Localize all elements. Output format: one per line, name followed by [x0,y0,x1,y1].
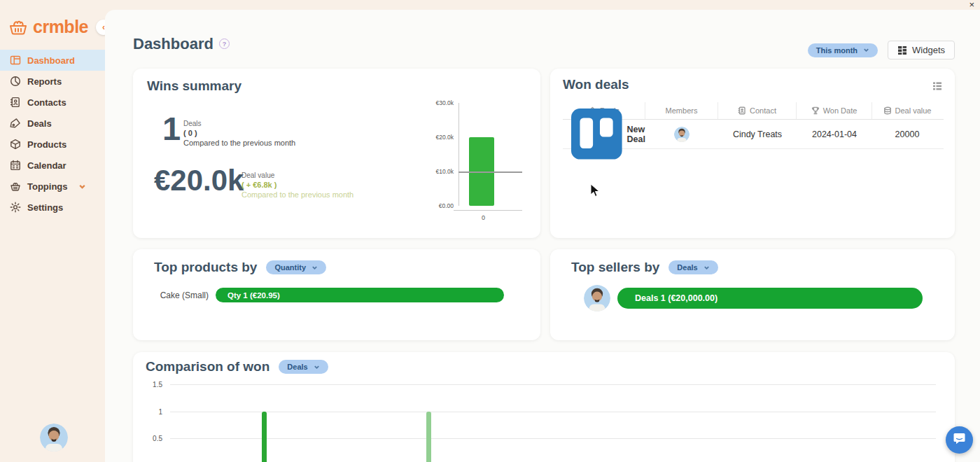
app-logo[interactable]: crmble [0,0,105,50]
basket-logo-icon [8,19,28,36]
comparison-gridline [170,384,936,385]
sidebar-item-label: Toppings [27,181,68,192]
deal-name: New Deal [627,125,645,144]
chat-bubble-icon [953,432,966,448]
comparison-ytick: 1.5 [134,381,162,388]
widgets-button[interactable]: Widgets [888,41,955,59]
sidebar-item-settings[interactable]: Settings [0,197,105,218]
deal-value-cell: 20000 [872,130,942,139]
wins-summary-title: Wins summary [147,78,241,94]
product-bar-label: Cake (Small) [133,290,216,300]
comparison-ytick: 1 [134,407,162,415]
close-icon[interactable]: × [969,0,974,10]
products-icon [10,139,21,150]
top-sellers-card: Top sellers by Deals Deals 1 (€20,000.00… [550,249,955,340]
mini-chart-xtick: 0 [482,214,485,221]
top-sellers-selector[interactable]: Deals [668,260,718,274]
trophy-icon [811,106,820,115]
column-header-contact[interactable]: Contact [718,102,797,119]
table-row: New DealCindy Treats2024-01-0420000 [563,120,944,149]
deals-count: 1 [162,109,181,148]
sidebar-nav: DashboardReportsContactsDealsProductsCal… [0,50,105,218]
main-content: Dashboard ? This month Widgets Wins summ… [105,10,980,462]
comparison-title: Comparison of won [146,359,270,374]
sidebar-item-label: Dashboard [27,55,75,66]
calendar-icon [10,160,21,171]
deal-name-cell[interactable]: New Deal [563,108,645,160]
period-selector-label: This month [816,46,858,55]
seller-avatar [584,285,610,312]
seller-bar-row: Deals 1 (€20,000.00) [550,285,955,312]
seller-bar[interactable]: Deals 1 (€20,000.00) [617,288,923,309]
mini-chart-x-axis [454,210,522,211]
sidebar-item-contacts[interactable]: Contacts [0,92,105,113]
top-products-card: Top products by Quantity Cake (Small)Qty… [133,249,540,340]
trello-icon [571,108,622,160]
user-avatar[interactable] [40,424,68,451]
sidebar-item-products[interactable]: Products [0,134,105,155]
page-header: Dashboard ? This month Widgets [133,28,955,59]
sidebar-item-deals[interactable]: Deals [0,113,105,134]
won-deals-card: Won deals DealsMembersContactWon DateDea… [550,69,955,238]
comparison-selector-label: Deals [287,363,307,371]
sidebar-item-toppings[interactable]: Toppings [0,176,105,197]
column-header-deal-value[interactable]: Deal value [872,102,942,119]
top-products-title: Top products by [154,260,257,275]
mini-chart-ytick: €20.0k [426,134,454,141]
column-header-won-date[interactable]: Won Date [797,102,872,119]
coins-icon [883,106,892,115]
contact-icon [738,106,746,115]
member-avatar[interactable] [674,127,690,142]
wins-summary-card: Wins summary 1 Deals ( 0 ) Compared to t… [133,69,540,238]
sidebar-item-reports[interactable]: Reports [0,71,105,92]
mini-chart-ytick: €30.0k [426,99,454,106]
chat-launcher-button[interactable] [946,426,973,454]
sidebar-item-label: Calendar [27,160,66,171]
column-header-members[interactable]: Members [645,102,718,119]
won-deals-table: DealsMembersContactWon DateDeal valueNew… [563,102,944,149]
mini-chart-y-axis [458,103,459,206]
widgets-button-label: Widgets [912,45,945,55]
reports-icon [10,76,21,87]
dashboard-icon [10,55,21,66]
comparison-ytick: 0.5 [134,435,162,442]
product-bar-row: Cake (Small)Qty 1 (€20.95) [133,288,540,302]
top-products-selector[interactable]: Quantity [266,260,326,274]
period-selector[interactable]: This month [808,43,878,57]
page-title: Dashboard [133,35,214,53]
contacts-icon [10,97,21,108]
chevron-down-icon [704,265,710,271]
mini-chart-ytick: €0.00 [426,202,454,209]
deal-value-total: €20.0k [154,164,244,197]
chevron-down-icon [312,265,318,271]
comparison-gridline [170,438,936,439]
sidebar-item-label: Deals [27,118,52,129]
logo-text: crmble [33,17,88,37]
settings-icon [10,202,21,213]
comparison-of-won-card: Comparison of won Deals 1.510.5 [133,352,955,462]
comparison-selector[interactable]: Deals [279,360,328,374]
sidebar-item-dashboard[interactable]: Dashboard [0,50,105,71]
help-icon[interactable]: ? [219,38,230,49]
contact-cell: Cindy Treats [718,130,797,139]
deals-icon [10,118,21,129]
column-header-label: Contact [750,106,776,115]
comparison-gridline [170,412,936,412]
top-sellers-title: Top sellers by [571,260,659,275]
sidebar-item-label: Contacts [27,97,66,108]
seller-bar-value: Deals 1 (€20,000.00) [617,293,718,303]
comparison-bar-chart: 1.510.5 [133,377,955,462]
column-header-label: Deal value [895,106,932,115]
product-bar[interactable]: Qty 1 (€20.95) [216,288,504,302]
sidebar-item-calendar[interactable]: Calendar [0,155,105,176]
column-header-label: Members [666,106,698,115]
sidebar-item-label: Settings [27,202,63,213]
list-view-icon[interactable] [932,81,942,91]
chevron-down-icon [78,183,86,190]
sidebar-item-label: Reports [27,76,62,87]
member-cell [645,127,718,142]
top-products-selector-label: Quantity [274,263,306,272]
won-date-cell: 2024-01-04 [797,130,872,139]
sidebar-item-label: Products [27,139,66,150]
toppings-icon [10,181,21,192]
